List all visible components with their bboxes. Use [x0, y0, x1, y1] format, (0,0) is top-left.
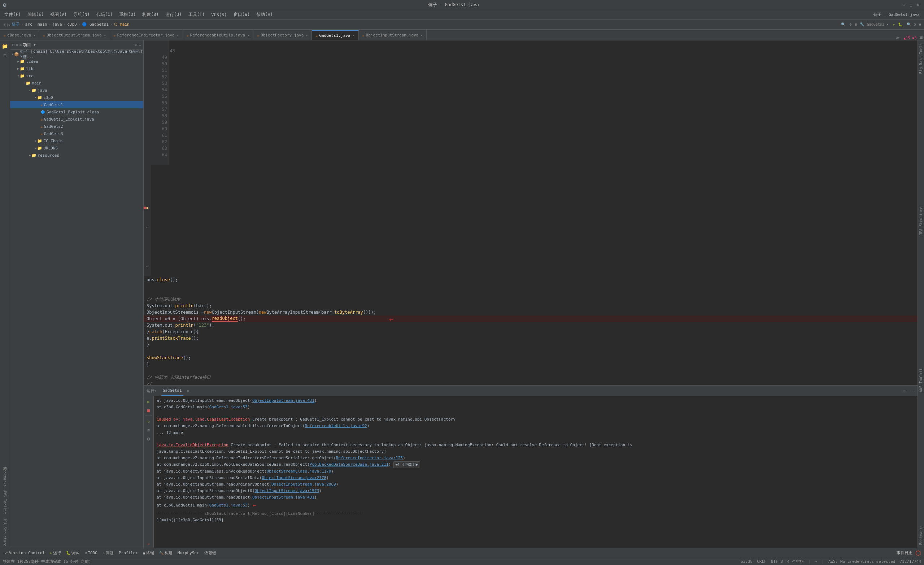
tool-problems[interactable]: ⚠ 问题: [100, 550, 116, 556]
tree-gadgets3[interactable]: ☕ GadGets3: [10, 130, 143, 137]
run-link-4[interactable]: ReferenceIndirector.java:125: [336, 455, 403, 460]
menu-edit[interactable]: 编辑(E): [24, 11, 47, 18]
menu-vcs[interactable]: VCS(S): [208, 12, 230, 18]
tab-gadgets1[interactable]: ☕ GadGets1.java ✕: [312, 30, 358, 40]
run-classcast-link[interactable]: Caused by: java.lang.ClassCastException: [157, 417, 250, 422]
menu-help[interactable]: 帮助(H): [254, 11, 276, 18]
tree-gadgets1-exploit-class[interactable]: 🔷 GadGets1_Exploit.class: [10, 108, 143, 116]
tab-oos-close[interactable]: ✕: [104, 33, 106, 37]
menu-file[interactable]: 文件(F): [2, 11, 24, 18]
tree-resources[interactable]: ▶ 📁 resources: [10, 152, 143, 159]
run-link-2[interactable]: GadGets1.java:53: [209, 405, 248, 409]
status-charset[interactable]: UTF-8: [771, 559, 783, 564]
tool-profiler[interactable]: Profiler: [117, 550, 140, 556]
right-label-jpa[interactable]: JPA Structure: [918, 204, 924, 238]
project-gear-icon[interactable]: ⚙: [135, 43, 138, 47]
tree-main[interactable]: ▾ 📁 main: [10, 80, 143, 87]
project-expand-icon[interactable]: ⊕: [20, 43, 22, 47]
run-scroll-button[interactable]: ⊡: [145, 426, 153, 434]
run-maximize-icon[interactable]: ⊞: [902, 388, 908, 394]
tab-ebase[interactable]: ☕ eBase.java ✕: [0, 30, 39, 40]
tree-lib[interactable]: ▶ 📁 lib: [10, 65, 143, 72]
tree-src[interactable]: ▾ 📁 src: [10, 72, 143, 80]
breadcrumb-main[interactable]: main: [38, 22, 47, 27]
tool-build[interactable]: 🔨 构建: [157, 550, 175, 556]
menu-window[interactable]: 窗口(W): [231, 11, 253, 18]
tree-java[interactable]: ▾ 📁 java: [10, 87, 143, 94]
breadcrumb-c3p0[interactable]: c3p0: [67, 22, 77, 27]
minimize-button[interactable]: —: [901, 2, 907, 8]
side-label-jpa[interactable]: JPA Structure: [2, 517, 8, 548]
tab-g1-close[interactable]: ✕: [352, 33, 355, 38]
run-link-10[interactable]: ObjectInputStream.java:431: [252, 495, 314, 500]
tab-ri-close[interactable]: ✕: [177, 33, 179, 37]
right-label-bookmarks[interactable]: Bookmarks: [918, 522, 924, 548]
side-label-aws[interactable]: AWS Toolkit: [2, 489, 8, 515]
tab-objectoutputstream[interactable]: ☕ ObjectOutputStream.java ✕: [39, 30, 110, 40]
run-minimize-icon[interactable]: —: [910, 388, 916, 394]
menu-view[interactable]: 视图(V): [47, 11, 70, 18]
breadcrumb-java[interactable]: java: [52, 22, 62, 27]
status-crlf[interactable]: CRLF: [757, 559, 766, 564]
status-aws[interactable]: AWS: No credentials selected: [828, 559, 895, 564]
status-indent[interactable]: 4 个空格: [787, 559, 804, 564]
run-play-button[interactable]: ▶: [145, 397, 153, 406]
nav-forward-icon[interactable]: ▷: [7, 22, 10, 27]
tab-ebase-close[interactable]: ✕: [33, 33, 35, 37]
expand-editor[interactable]: ⊞: [918, 34, 924, 40]
menu-tools[interactable]: 工具(T): [186, 11, 208, 18]
right-label-bigdata[interactable]: Big Data Tools: [918, 41, 924, 77]
run-link-1[interactable]: ObjectInputStream.java:431: [252, 398, 314, 403]
project-icon[interactable]: 📁: [1, 42, 9, 51]
tool-debug[interactable]: 🐛 调试: [64, 550, 82, 556]
tab-overflow[interactable]: ≫: [893, 35, 902, 40]
menu-nav[interactable]: 导航(N): [70, 11, 93, 18]
tab-objectinputstream[interactable]: ☕ ObjectInputStream.java ✕: [359, 30, 427, 40]
run-link-5[interactable]: PoolBackedDataSourceBase.java:211: [310, 462, 389, 467]
tool-todo[interactable]: ☑ TODO: [82, 550, 100, 556]
tree-cc-chain[interactable]: ▶ 📁 CC_Chain: [10, 137, 143, 144]
tab-ois-close[interactable]: ✕: [420, 33, 423, 37]
run-tab-gadgets1[interactable]: GadGets1: [161, 386, 183, 396]
tab-refutils[interactable]: ☕ ReferenceableUtils.java ✕: [183, 30, 254, 40]
project-sort-icon[interactable]: ≡: [16, 43, 18, 47]
code-content-area[interactable]: oos.close(); // 本地测试触发 System.out.printl…: [144, 276, 918, 385]
tree-gadgets2[interactable]: ☕ GadGets2: [10, 123, 143, 130]
project-minus-icon[interactable]: —: [139, 43, 141, 47]
side-label-bookmarks[interactable]: Bookmarks: [2, 466, 8, 488]
run-tab-close[interactable]: ✕: [187, 389, 189, 393]
tool-version-control[interactable]: ⎇ Version Control: [2, 550, 47, 556]
run-link-8[interactable]: ObjectInputStream.java:2069: [272, 482, 336, 487]
run-rerun-button[interactable]: ↻: [145, 417, 153, 425]
breadcrumb-src[interactable]: src: [25, 22, 33, 27]
commit-icon[interactable]: ⊡: [1, 51, 9, 60]
tree-gadgets1-exploit-java[interactable]: ☕ GadGets1_Exploit.java: [10, 116, 143, 123]
menu-build[interactable]: 构建(B): [140, 11, 162, 18]
tree-c3p0[interactable]: ▾ 📁 c3p0: [10, 94, 143, 101]
run-settings-button[interactable]: ⚙: [145, 435, 153, 443]
tree-urldns[interactable]: ▶ 📁 URLDNS: [10, 144, 143, 152]
tool-terminal[interactable]: ▣ 终端: [141, 550, 156, 556]
tree-gadgets1[interactable]: ☕ GadGets1: [10, 101, 143, 108]
run-link-3[interactable]: ReferenceableUtils.java:92: [305, 424, 367, 428]
run-stop-button[interactable]: ■: [145, 406, 153, 414]
window-controls[interactable]: — □ ✕: [901, 2, 921, 8]
tab-refindirector[interactable]: ☕ ReferenceIndirector.java ✕: [110, 30, 183, 40]
tab-objectfactory[interactable]: ☕ ObjectFactory.java ✕: [254, 30, 312, 40]
code-editor[interactable]: 48 49 50 51 52 53 54 55 56 57 58 59 60 6…: [144, 41, 918, 385]
maximize-button[interactable]: □: [908, 2, 914, 8]
run-link-7[interactable]: ObjectInputStream.java:2178: [262, 475, 326, 480]
close-button[interactable]: ✕: [915, 2, 921, 8]
breadcrumb-method[interactable]: ⬡ main: [114, 22, 130, 27]
tree-root[interactable]: ▾ 📦 链子 [chain] C:\Users\keleth\Desktop\笔…: [10, 51, 143, 58]
collapsed-badge[interactable]: ◀4 个内部行▶: [393, 461, 420, 468]
tab-of-close[interactable]: ✕: [306, 33, 308, 37]
nav-back-icon[interactable]: ◁: [3, 22, 6, 27]
run-invalid-link[interactable]: java.io.InvalidObjectException: [157, 443, 228, 447]
tool-run[interactable]: ▶ 运行: [48, 550, 63, 556]
run-link-9[interactable]: ObjectInputStream.java:1573: [255, 488, 320, 493]
tool-event-log[interactable]: 事件日志: [894, 550, 915, 556]
run-link-11[interactable]: GadGets1.java:53: [209, 503, 248, 508]
side-label-structure[interactable]: 结构: [2, 462, 8, 465]
run-bottom-icon[interactable]: ✕: [145, 540, 153, 548]
